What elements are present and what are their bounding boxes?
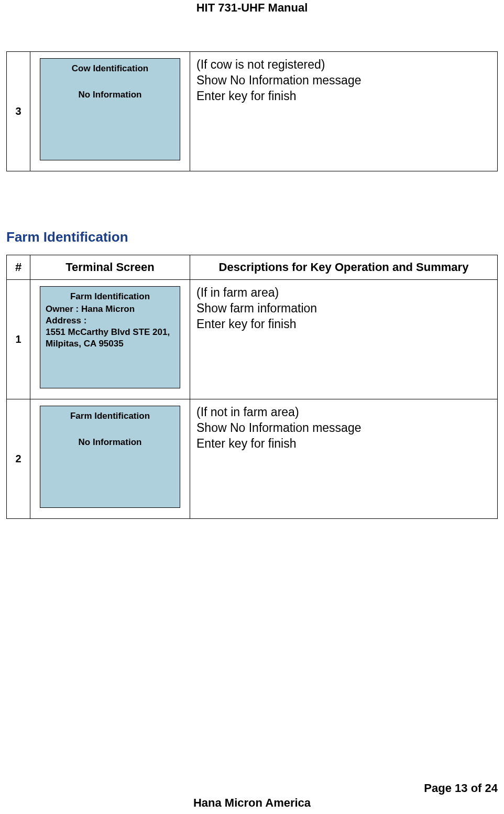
screen-message: No Information [40,89,180,101]
table-row: 1 Farm Identification Owner : Hana Micro… [7,280,498,399]
description-cell: (If in farm area)Show farm informationEn… [190,280,498,399]
col-header-num: # [7,255,30,280]
row-number: 3 [7,52,30,171]
screen-title: Farm Identification [40,406,180,422]
section-heading: Farm Identification [6,229,498,245]
screen-body-wrap: Farm Identification Owner : Hana MicronA… [40,287,180,350]
terminal-screen-box: Farm Identification No Information [40,406,180,508]
table-header-row: # Terminal Screen Descriptions for Key O… [7,255,498,280]
row-number: 2 [7,399,30,519]
table-row: 3 Cow Identification No Information (If … [7,52,498,171]
description-cell: (If not in farm area)Show No Information… [190,399,498,519]
terminal-screen-cell: Cow Identification No Information [30,52,190,171]
description-cell: (If cow is not registered)Show No Inform… [190,52,498,171]
company-name: Hana Micron America [6,796,498,810]
cow-id-table-continuation: 3 Cow Identification No Information (If … [6,51,498,171]
page-header-title: HIT 731-UHF Manual [6,0,498,15]
terminal-screen-box: Cow Identification No Information [40,58,180,160]
farm-id-table: # Terminal Screen Descriptions for Key O… [6,255,498,519]
screen-title: Farm Identification [46,291,174,302]
terminal-screen-box: Farm Identification Owner : Hana MicronA… [40,286,180,388]
screen-title: Cow Identification [40,59,180,74]
terminal-screen-cell: Farm Identification No Information [30,399,190,519]
row-number: 1 [7,280,30,399]
col-header-screen: Terminal Screen [30,255,190,280]
screen-body-text: Owner : Hana MicronAddress :1551 McCarth… [46,303,174,350]
col-header-desc: Descriptions for Key Operation and Summa… [190,255,498,280]
screen-message: No Information [40,437,180,448]
page-footer: Page 13 of 24 Hana Micron America [6,782,498,810]
terminal-screen-cell: Farm Identification Owner : Hana MicronA… [30,280,190,399]
table-row: 2 Farm Identification No Information (If… [7,399,498,519]
page-number: Page 13 of 24 [6,782,498,795]
